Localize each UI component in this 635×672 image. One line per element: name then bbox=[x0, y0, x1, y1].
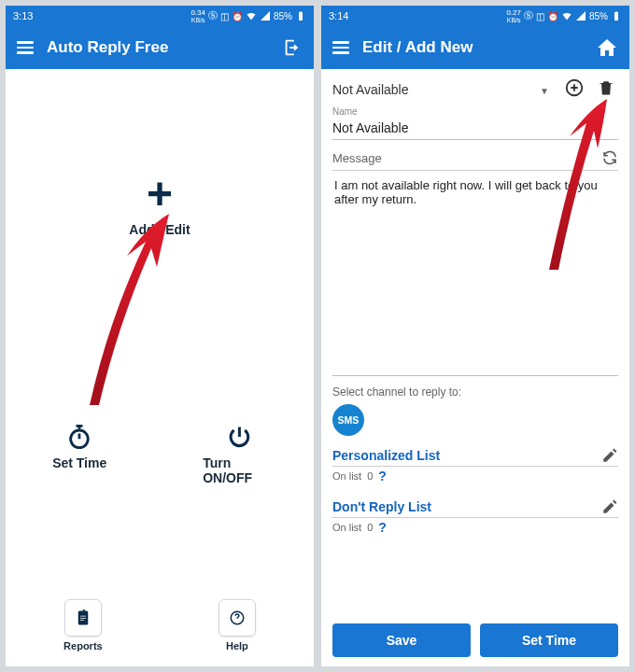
alarm-icon: ⏰ bbox=[232, 11, 243, 21]
status-bar: 3:13 0.34 KB/s Ⓢ ◫ ⏰ 85% bbox=[6, 6, 314, 26]
plus-icon: + bbox=[147, 172, 173, 217]
battery-text: 85% bbox=[589, 11, 608, 21]
dont-reply-list-title[interactable]: Don't Reply List bbox=[332, 499, 431, 514]
name-label: Name bbox=[332, 106, 618, 117]
status-right: 0.34 KB/s Ⓢ ◫ ⏰ 85% bbox=[190, 9, 306, 23]
add-edit-tile[interactable]: + Add / Edit bbox=[129, 172, 190, 237]
dropdown-value: Not Available bbox=[332, 82, 408, 97]
name-input[interactable] bbox=[332, 117, 618, 140]
pencil-icon[interactable] bbox=[601, 447, 618, 464]
annotation-arrow bbox=[62, 209, 192, 414]
plus-circle-icon bbox=[564, 77, 585, 98]
dontreply-onlist: On list 0 ? bbox=[332, 518, 618, 539]
status-time: 3:14 bbox=[329, 10, 348, 21]
delete-button[interactable] bbox=[594, 78, 618, 101]
save-button[interactable]: Save bbox=[332, 623, 471, 657]
bottom-row: Reports Help bbox=[6, 599, 314, 651]
chevron-down-icon: ▼ bbox=[540, 86, 549, 96]
pencil-icon[interactable] bbox=[601, 498, 618, 515]
set-time-tile[interactable]: Set Time bbox=[52, 424, 106, 470]
reports-tile[interactable]: Reports bbox=[64, 599, 103, 651]
vibrate-icon: ◫ bbox=[220, 11, 229, 21]
vibrate-icon: ◫ bbox=[536, 11, 544, 21]
turn-onoff-tile[interactable]: Turn ON/OFF bbox=[203, 424, 276, 485]
channel-label: Select channel to reply to: bbox=[332, 385, 618, 399]
help-icon bbox=[229, 609, 246, 626]
menu-icon[interactable] bbox=[17, 41, 34, 54]
signal-icon bbox=[260, 10, 271, 21]
power-icon bbox=[227, 424, 253, 450]
app-title: Edit / Add New bbox=[362, 38, 583, 57]
reports-label: Reports bbox=[64, 640, 103, 651]
app-bar: Auto Reply Free bbox=[6, 26, 314, 69]
template-dropdown[interactable]: Not Available ▼ bbox=[332, 77, 555, 103]
sms-channel-chip[interactable]: SMS bbox=[332, 404, 364, 436]
help-icon[interactable]: ? bbox=[378, 469, 387, 483]
status-right: 0.27 KB/s Ⓢ ◫ ⏰ 85% bbox=[506, 9, 622, 23]
home-icon[interactable] bbox=[596, 36, 618, 59]
menu-icon[interactable] bbox=[332, 41, 349, 54]
turn-onoff-label: Turn ON/OFF bbox=[203, 455, 276, 485]
exit-icon[interactable] bbox=[282, 37, 303, 58]
add-edit-label: Add / Edit bbox=[129, 222, 190, 237]
screen-edit: 3:14 0.27 KB/s Ⓢ ◫ ⏰ 85% Edit / Add New … bbox=[321, 6, 629, 666]
screen-home: 3:13 0.34 KB/s Ⓢ ◫ ⏰ 85% Auto Reply Free… bbox=[6, 6, 314, 666]
app-title: Auto Reply Free bbox=[47, 38, 269, 57]
add-template-button[interactable] bbox=[562, 77, 586, 102]
edit-content: Not Available ▼ Name Message I am not av… bbox=[321, 69, 629, 666]
refresh-icon[interactable] bbox=[601, 149, 618, 166]
battery-text: 85% bbox=[274, 11, 292, 21]
stopwatch-icon bbox=[66, 424, 92, 450]
nfc-icon: Ⓢ bbox=[524, 9, 533, 22]
help-tile[interactable]: Help bbox=[219, 599, 256, 651]
help-icon[interactable]: ? bbox=[378, 520, 387, 535]
set-time-button[interactable]: Set Time bbox=[480, 623, 618, 657]
help-label: Help bbox=[226, 640, 248, 651]
status-bar: 3:14 0.27 KB/s Ⓢ ◫ ⏰ 85% bbox=[321, 6, 629, 26]
alarm-icon: ⏰ bbox=[547, 11, 558, 21]
trash-icon bbox=[597, 78, 615, 97]
wifi-icon bbox=[246, 10, 257, 21]
signal-icon bbox=[575, 10, 586, 21]
message-input[interactable]: I am not available right now. I will get… bbox=[332, 171, 618, 376]
wifi-icon bbox=[561, 10, 572, 21]
clipboard-icon bbox=[75, 609, 92, 626]
battery-icon bbox=[295, 10, 306, 21]
set-time-label: Set Time bbox=[52, 455, 106, 470]
message-label: Message bbox=[332, 151, 601, 165]
app-bar: Edit / Add New bbox=[321, 26, 629, 69]
personalized-onlist: On list 0 ? bbox=[332, 467, 618, 487]
home-content: + Add / Edit Set Time Turn ON/OFF Report… bbox=[6, 69, 314, 666]
battery-icon bbox=[611, 10, 622, 21]
personalized-list-title[interactable]: Personalized List bbox=[332, 448, 440, 463]
status-time: 3:13 bbox=[13, 10, 33, 21]
nfc-icon: Ⓢ bbox=[208, 9, 218, 22]
